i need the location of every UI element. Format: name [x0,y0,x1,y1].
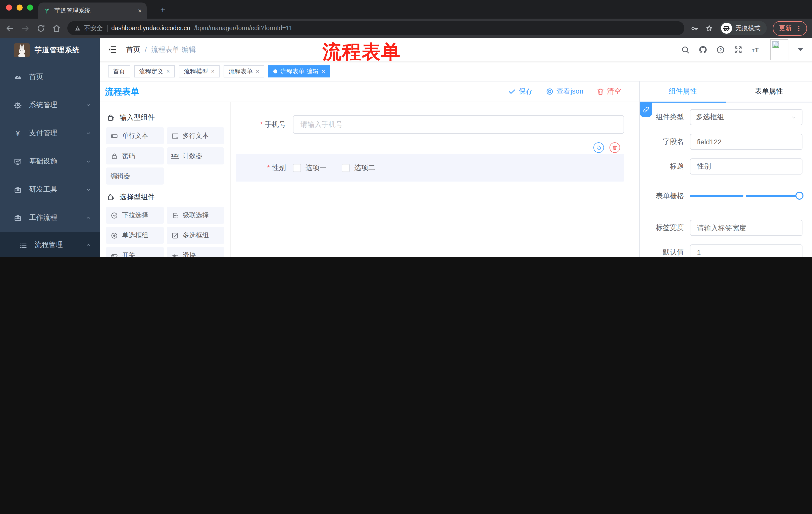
action-查看json-button[interactable]: 查看json [546,87,583,96]
checkbox-icon[interactable] [293,164,301,172]
palette-item-密码[interactable]: 密码 [106,147,164,164]
palette-grid: 单行文本多行文本密码123计数器编辑器 [106,127,224,185]
breadcrumb-home[interactable]: 首页 [126,45,140,54]
sidebar-item-支付管理[interactable]: ¥支付管理 [0,119,100,147]
designer-title: 流程表单 [105,86,139,97]
sidebar-item-首页[interactable]: 首页 [0,63,100,91]
tag-流程定义[interactable]: 流程定义× [134,65,175,77]
action-保存-button[interactable]: 保存 [508,87,533,96]
selected-component-gender[interactable]: 性别 选项一选项二 [236,154,624,182]
font-size-icon[interactable]: TT [751,45,760,54]
palette-item-多行文本[interactable]: 多行文本 [167,127,224,144]
sidebar-item-系统管理[interactable]: 系统管理 [0,91,100,119]
slider-handle[interactable] [795,192,804,200]
back-icon[interactable] [5,23,14,33]
palette-item-下拉选择[interactable]: 下拉选择 [106,207,164,224]
label-width-input[interactable] [696,223,796,232]
slider-track[interactable] [690,195,803,197]
tag-流程模型[interactable]: 流程模型× [179,65,220,77]
sidebar-dashboard-icon [13,73,22,81]
checkbox-option-选项二[interactable]: 选项二 [342,163,375,172]
security-chip[interactable]: 不安全 [75,24,103,32]
palette-section-title: 输入型组件 [107,113,224,122]
minimize-window-button[interactable] [17,4,23,10]
search-icon[interactable] [681,45,690,54]
action-label: 清空 [607,87,621,96]
app-title: 芋道管理系统 [35,46,80,55]
default-value-input[interactable] [696,248,796,257]
url-host: dashboard.yudao.iocoder.cn [111,25,190,32]
chevron-down-icon [791,114,796,120]
action-清空-button[interactable]: 清空 [597,87,621,96]
tag-label: 流程表单 [229,67,253,76]
check-icon [508,87,516,96]
palette-item-多选框组[interactable]: 多选框组 [167,227,224,244]
palette-item-单选框组[interactable]: 单选框组 [106,227,164,244]
sidebar-item-研发工具[interactable]: 研发工具 [0,175,100,204]
sidebar-collapse-icon[interactable] [108,45,117,54]
user-avatar[interactable] [770,39,788,60]
phone-input[interactable]: 请输入手机号 [293,115,624,134]
update-button[interactable]: 更新 ⋮ [773,21,807,35]
avatar-caret-icon[interactable] [798,48,803,51]
password-key-icon[interactable] [690,24,699,32]
sidebar-item-工作流程[interactable]: 工作流程 [0,204,100,232]
component-palette: 输入型组件单行文本多行文本密码123计数器编辑器选择型组件下拉选择级联选择单选框… [100,102,231,257]
comp-type-value: 多选框组 [696,113,724,122]
link-drawer-tab[interactable] [640,102,652,117]
tag-首页[interactable]: 首页 [108,65,130,77]
tag-流程表单[interactable]: 流程表单× [224,65,264,77]
sidebar-item-label: 系统管理 [29,101,57,110]
tab-close-icon[interactable]: × [138,7,142,14]
new-tab-button[interactable]: + [157,4,169,16]
browser-menu-icon[interactable]: ⋮ [796,24,802,32]
canvas-field-phone[interactable]: 手机号 请输入手机号 [236,115,624,134]
palette-item-计数器[interactable]: 123计数器 [167,147,224,164]
home-icon[interactable] [52,23,61,33]
app-header: 首页 / 流程表单-编辑 ? TT [100,38,812,62]
tab-form-props[interactable]: 表单属性 [726,81,812,102]
tag-close-icon[interactable]: × [256,68,259,75]
url-bar[interactable]: 不安全 dashboard.yudao.iocoder.cn /bpm/mana… [67,21,684,35]
copy-component-button[interactable] [593,142,604,153]
palette-item-label: 单行文本 [122,131,148,140]
incognito-label: 无痕模式 [735,24,760,32]
delete-component-button[interactable] [609,142,620,153]
palette-item-开关[interactable]: 开关 [106,247,164,257]
sidebar-listicon-icon [19,241,28,249]
tag-close-icon[interactable]: × [211,68,214,75]
sidebar-logo[interactable]: 芋道管理系统 [0,38,100,63]
reload-icon[interactable] [36,23,46,33]
help-icon[interactable]: ? [716,45,725,54]
tab-component-props[interactable]: 组件属性 [640,81,726,103]
palette-item-滑块[interactable]: 滑块 [167,247,224,257]
field-name-input[interactable] [696,137,796,146]
sidebar-toolbox-icon [13,214,22,222]
sidebar-item-流程管理[interactable]: 流程管理 [0,232,100,257]
breadcrumb: 首页 / 流程表单-编辑 [126,45,196,54]
browser-tab[interactable]: 芋道管理系统 × [38,2,147,19]
palette-item-编辑器[interactable]: 编辑器 [106,167,164,185]
palette-item-级联选择[interactable]: 级联选择 [167,207,224,224]
palette-item-单行文本[interactable]: 单行文本 [106,127,164,144]
tag-close-icon[interactable]: × [322,68,325,75]
action-label: 保存 [519,87,533,96]
title-input[interactable] [696,162,796,171]
fullscreen-icon[interactable] [734,45,743,54]
tag-close-icon[interactable]: × [166,68,170,75]
maximize-window-button[interactable] [27,4,33,10]
checkbox-option-选项一[interactable]: 选项一 [293,163,327,172]
close-window-button[interactable] [6,4,12,10]
bookmark-star-icon[interactable] [705,24,713,32]
form-canvas[interactable]: 手机号 请输入手机号 性别 选项一选项二 [231,102,639,257]
forward-icon[interactable] [21,23,30,33]
comp-type-select[interactable]: 多选框组 [690,109,803,125]
checkbox-icon[interactable] [342,164,350,172]
tag-流程表单-编辑[interactable]: 流程表单-编辑× [268,65,330,77]
github-icon[interactable] [698,45,707,54]
grid-slider[interactable] [690,188,803,204]
sidebar-item-基础设施[interactable]: 基础设施 [0,147,100,175]
logo-avatar [14,43,30,57]
lock-icon [111,152,118,160]
breadcrumb-current: 流程表单-编辑 [151,45,196,54]
